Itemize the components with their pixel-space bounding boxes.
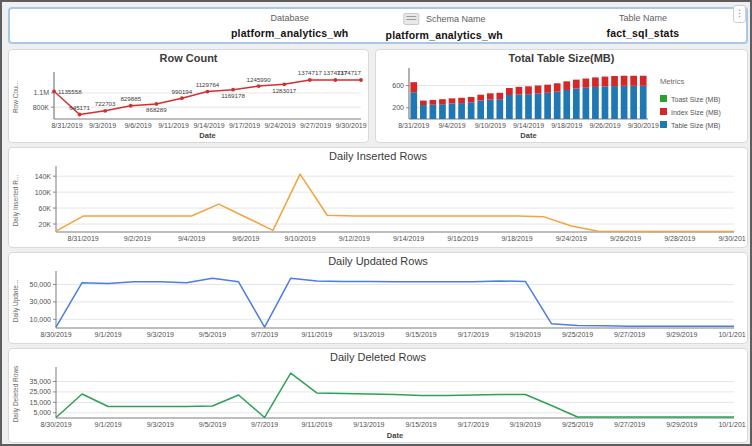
- bar-segment: [487, 93, 494, 99]
- svg-text:829885: 829885: [120, 95, 141, 102]
- svg-text:8/31/2019: 8/31/2019: [51, 122, 82, 129]
- svg-text:15,000: 15,000: [30, 399, 52, 406]
- svg-text:9/15/2019: 9/15/2019: [405, 421, 436, 428]
- bar-segment: [458, 98, 465, 103]
- svg-text:Daily Inserted R...: Daily Inserted R...: [12, 174, 20, 226]
- updated-rows-chart[interactable]: 10,00030,00050,0008/30/20199/1/20199/3/2…: [10, 268, 746, 342]
- table-size-title: Total Table Size(MB): [376, 50, 747, 65]
- svg-text:20K: 20K: [39, 221, 52, 228]
- more-options-icon[interactable]: ⋮: [733, 5, 746, 23]
- svg-text:9/7/2019: 9/7/2019: [251, 331, 278, 338]
- bar-segment: [420, 101, 427, 105]
- inserted-rows-card: Daily Inserted Rows 20K60K100K140K8/31/2…: [8, 147, 748, 248]
- svg-text:9/14/2019: 9/14/2019: [513, 122, 544, 129]
- svg-text:9/17/2019: 9/17/2019: [458, 331, 489, 338]
- table-size-card: Total Table Size(MB) 2006008/31/20199/4/…: [375, 49, 748, 143]
- svg-text:8/31/2019: 8/31/2019: [398, 122, 429, 129]
- svg-text:9/30/2019: 9/30/2019: [335, 122, 366, 129]
- schema-field: Schema Name platform_analytics_wh: [386, 13, 503, 41]
- table-label: Table Name: [619, 13, 667, 23]
- svg-text:9/17/2019: 9/17/2019: [458, 421, 489, 428]
- bar-segment: [420, 105, 427, 119]
- svg-text:1135558: 1135558: [58, 88, 82, 95]
- data-point: [308, 78, 312, 82]
- svg-text:Daily Update...: Daily Update...: [12, 279, 20, 322]
- data-point: [78, 113, 82, 117]
- svg-text:1.1M: 1.1M: [33, 89, 49, 96]
- bar-segment: [544, 85, 551, 93]
- inserted-rows-title: Daily Inserted Rows: [9, 148, 747, 163]
- updated-rows-card: Daily Updated Rows 10,00030,00050,0008/3…: [8, 252, 748, 344]
- legend-swatch: [660, 95, 667, 102]
- data-point: [103, 109, 107, 113]
- bar-segment: [621, 76, 628, 86]
- bar-segment: [439, 99, 446, 104]
- svg-text:9/17/2019: 9/17/2019: [229, 122, 260, 129]
- database-value: platform_analytics_wh: [231, 27, 348, 39]
- svg-text:9/13/2019: 9/13/2019: [353, 421, 384, 428]
- bar-segment: [410, 82, 417, 92]
- svg-text:9/6/2019: 9/6/2019: [232, 235, 259, 242]
- svg-text:9/19/2019: 9/19/2019: [510, 421, 541, 428]
- svg-text:Date: Date: [387, 431, 403, 440]
- bar-segment: [630, 86, 637, 119]
- svg-text:9/29/2019: 9/29/2019: [666, 331, 697, 338]
- svg-text:9/5/2019: 9/5/2019: [199, 331, 226, 338]
- bar-segment: [477, 101, 484, 119]
- svg-text:9/16/2019: 9/16/2019: [447, 235, 478, 242]
- svg-text:9/4/2019: 9/4/2019: [178, 235, 205, 242]
- axes: [53, 367, 734, 418]
- row-count-title: Row Count: [9, 50, 368, 65]
- bar-segment: [525, 86, 532, 94]
- svg-text:Index Size (MB): Index Size (MB): [671, 109, 721, 117]
- svg-text:9/26/2019: 9/26/2019: [610, 235, 641, 242]
- svg-text:9/30/2019: 9/30/2019: [718, 235, 746, 242]
- svg-text:Metrics: Metrics: [660, 77, 684, 86]
- svg-text:60K: 60K: [39, 205, 52, 212]
- bar-segment: [525, 94, 532, 119]
- axis-labels: 10,00030,00050,0008/30/20199/1/20199/3/2…: [12, 279, 746, 338]
- bar-segment: [468, 102, 475, 119]
- bar-segment: [449, 103, 456, 119]
- svg-text:9/27/2019: 9/27/2019: [614, 331, 645, 338]
- bar-segment: [573, 89, 580, 119]
- bar-segment: [611, 76, 618, 86]
- deleted-line: [56, 373, 734, 417]
- schema-value: platform_analytics_wh: [386, 29, 503, 41]
- svg-text:9/1/2019: 9/1/2019: [95, 421, 122, 428]
- svg-text:50,000: 50,000: [30, 281, 52, 288]
- bar-segment: [458, 103, 465, 119]
- svg-text:10/1/2019: 10/1/2019: [718, 421, 746, 428]
- svg-text:Toast Size (MB): Toast Size (MB): [671, 96, 720, 104]
- legend-swatch: [660, 108, 667, 115]
- data-point: [129, 104, 133, 108]
- svg-text:200: 200: [392, 104, 404, 111]
- svg-text:9/4/2019: 9/4/2019: [438, 122, 465, 129]
- inserted-rows-chart[interactable]: 20K60K100K140K8/31/20199/2/20199/4/20199…: [10, 163, 746, 246]
- svg-text:9/6/2019: 9/6/2019: [124, 122, 151, 129]
- svg-text:9/11/2019: 9/11/2019: [301, 331, 332, 338]
- bar-segment: [506, 88, 513, 95]
- deleted-rows-chart[interactable]: 5,00015,00025,00035,0008/30/20199/1/2019…: [10, 364, 746, 441]
- bar-segment: [563, 90, 570, 119]
- svg-text:9/24/2019: 9/24/2019: [556, 235, 587, 242]
- svg-text:9/3/2019: 9/3/2019: [147, 421, 174, 428]
- gridlines: [56, 381, 734, 412]
- updated-rows-title: Daily Updated Rows: [9, 253, 747, 268]
- bar-segment: [477, 95, 484, 101]
- svg-text:990194: 990194: [172, 88, 193, 95]
- table-size-chart[interactable]: 2006008/31/20199/4/20199/10/20199/14/201…: [377, 65, 746, 141]
- svg-text:9/14/2019: 9/14/2019: [193, 122, 224, 129]
- deleted-rows-card: Daily Deleted Rows 5,00015,00025,00035,0…: [8, 348, 748, 443]
- bar-segment: [592, 77, 599, 86]
- svg-text:1129764: 1129764: [196, 81, 220, 88]
- svg-text:1245990: 1245990: [247, 76, 272, 83]
- bar-segment: [516, 94, 523, 119]
- svg-text:8/30/2019: 8/30/2019: [40, 421, 71, 428]
- svg-text:9/15/2019: 9/15/2019: [405, 331, 436, 338]
- hamburger-menu-icon[interactable]: [403, 13, 419, 25]
- row-count-chart[interactable]: 800K1.1M8/31/20199/3/20199/6/20199/11/20…: [10, 65, 367, 141]
- bar-segment: [535, 86, 542, 94]
- bar-segment: [439, 104, 446, 119]
- series: [56, 373, 734, 417]
